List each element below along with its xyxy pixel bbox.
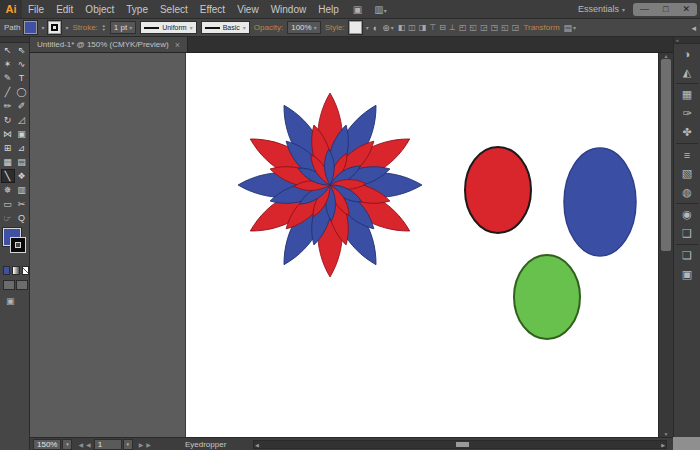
vertical-scroll-thumb[interactable]	[661, 59, 671, 251]
none-button[interactable]	[22, 266, 29, 275]
distribute-center-icon[interactable]: ◱	[470, 23, 478, 32]
horizontal-align-left-icon[interactable]: ◧	[398, 23, 406, 32]
free-transform-tool[interactable]: ▣	[15, 127, 29, 141]
hand-tool[interactable]: ☞	[1, 211, 15, 225]
chevron-down-icon[interactable]: ▾	[65, 24, 68, 31]
distribute-left-icon[interactable]: ◳	[491, 23, 499, 32]
restore-button[interactable]: □	[656, 4, 675, 14]
color-panel-icon[interactable]: ◑	[674, 44, 700, 63]
menu-select[interactable]: Select	[154, 4, 194, 15]
bridge-icon[interactable]: ▣	[353, 4, 362, 15]
first-artboard-icon[interactable]: ◀	[78, 441, 83, 448]
scroll-right-icon[interactable]: ▶	[661, 442, 665, 448]
color-button[interactable]	[3, 266, 10, 275]
transparency-panel-icon[interactable]: ◍	[674, 183, 700, 202]
red-ellipse[interactable]	[465, 147, 531, 233]
document-tab[interactable]: Untitled-1* @ 150% (CMYK/Preview) ×	[30, 37, 188, 52]
blend-tool[interactable]: ❖	[15, 169, 29, 183]
artboards-panel-icon[interactable]: ▣	[674, 265, 700, 284]
width-tool[interactable]: ⋈	[1, 127, 15, 141]
last-artboard-icon[interactable]: ▶	[146, 441, 151, 448]
stroke-link[interactable]: Stroke:	[73, 23, 98, 32]
rotate-tool[interactable]: ↻	[1, 113, 15, 127]
type-tool[interactable]: T	[15, 71, 29, 85]
swatches-panel-icon[interactable]: ▦	[674, 85, 700, 104]
recolor-artwork-icon[interactable]: ◐	[373, 23, 378, 33]
menu-object[interactable]: Object	[79, 4, 120, 15]
style-link[interactable]: Style:	[325, 23, 345, 32]
minimize-button[interactable]: —	[633, 4, 656, 14]
appearance-panel-icon[interactable]: ◉	[674, 205, 700, 224]
draw-normal-button[interactable]	[3, 280, 15, 290]
horizontal-align-right-icon[interactable]: ◨	[419, 23, 427, 32]
previous-artboard-icon[interactable]: ◀	[86, 441, 91, 448]
distribute-middle-icon[interactable]: ◱	[501, 23, 509, 32]
select-similar-icon[interactable]: ⊛▾	[382, 23, 394, 33]
vertical-align-center-icon[interactable]: ⊟	[439, 23, 446, 32]
artboard-number-box[interactable]: 1	[94, 439, 122, 450]
vertical-align-top-icon[interactable]: ⊤	[429, 23, 436, 32]
distribute-top-icon[interactable]: ◰	[459, 23, 467, 32]
width-profile-dropdown[interactable]: Uniform▾	[140, 21, 197, 34]
fill-swatch[interactable]	[24, 21, 37, 34]
selection-tool[interactable]: ↖	[1, 43, 15, 57]
menu-type[interactable]: Type	[120, 4, 154, 15]
distribute-right-icon[interactable]: ◲	[512, 23, 520, 32]
blue-ellipse[interactable]	[564, 148, 636, 256]
paintbrush-tool[interactable]: ✐	[15, 99, 29, 113]
pen-tool[interactable]: ✎	[1, 71, 15, 85]
style-swatch[interactable]	[349, 21, 362, 34]
ellipse-tool[interactable]: ◯	[15, 85, 29, 99]
scale-tool[interactable]: ◿	[15, 113, 29, 127]
mesh-tool[interactable]: ▦	[1, 155, 15, 169]
green-ellipse[interactable]	[514, 255, 580, 339]
opacity-dropdown[interactable]: 100%▾	[287, 21, 320, 34]
menu-help[interactable]: Help	[312, 4, 345, 15]
control-panel-menu-icon[interactable]: ▤▾	[564, 23, 577, 33]
vertical-align-bottom-icon[interactable]: ⊥	[449, 23, 456, 32]
slice-tool[interactable]: ✂	[15, 197, 29, 211]
shape-builder-tool[interactable]: ⊞	[1, 141, 15, 155]
screen-mode-icon[interactable]: ▣	[6, 296, 29, 306]
column-graph-tool[interactable]: ▥	[15, 183, 29, 197]
distribute-bottom-icon[interactable]: ◲	[480, 23, 488, 32]
canvas-area[interactable]	[30, 53, 658, 437]
close-tab-icon[interactable]: ×	[175, 40, 180, 50]
stroke-width-dropdown[interactable]: 1 pt▾	[110, 21, 136, 34]
menu-view[interactable]: View	[231, 4, 265, 15]
chevron-down-icon[interactable]: ▾	[41, 24, 44, 31]
layers-panel-icon[interactable]: ❏	[674, 246, 700, 265]
stroke-panel-icon[interactable]: ≡	[674, 145, 700, 164]
symbols-panel-icon[interactable]: ✤	[674, 123, 700, 142]
horizontal-scrollbar[interactable]: ◀ ▶	[253, 440, 667, 449]
menu-file[interactable]: File	[22, 4, 50, 15]
lasso-tool[interactable]: ∿	[15, 57, 29, 71]
opacity-link[interactable]: Opacity:	[254, 23, 283, 32]
color-guide-panel-icon[interactable]: ◭	[674, 63, 700, 82]
menu-edit[interactable]: Edit	[50, 4, 79, 15]
scroll-left-icon[interactable]: ◀	[255, 442, 259, 448]
stroke-width-stepper[interactable]: ▲▼	[102, 24, 106, 32]
close-button[interactable]: ✕	[675, 4, 697, 14]
zoom-level-box[interactable]: 150%	[33, 439, 61, 450]
pencil-tool[interactable]: ✏	[1, 99, 15, 113]
transform-link[interactable]: Transform	[523, 23, 559, 32]
symbol-sprayer-tool[interactable]: ✵	[1, 183, 15, 197]
expand-panels-icon[interactable]: «	[674, 37, 700, 44]
perspective-grid-tool[interactable]: ⊿	[15, 141, 29, 155]
eyedropper-tool[interactable]: ╲	[1, 169, 15, 183]
menu-window[interactable]: Window	[265, 4, 313, 15]
magic-wand-tool[interactable]: ✶	[1, 57, 15, 71]
workspace-switcher[interactable]: Essentials ▾	[578, 4, 625, 14]
stroke-color-swatch[interactable]	[11, 238, 25, 252]
zoom-tool[interactable]: Q	[15, 211, 29, 225]
brush-definition-dropdown[interactable]: Basic▾	[201, 21, 250, 34]
horizontal-scroll-thumb[interactable]	[456, 442, 469, 447]
draw-behind-button[interactable]	[16, 280, 28, 290]
vertical-scrollbar[interactable]: ▲ ▼	[658, 53, 673, 437]
chevron-down-icon[interactable]: ▾	[366, 24, 369, 31]
arrange-documents-icon[interactable]: ▥▾	[374, 4, 386, 15]
graphic-styles-panel-icon[interactable]: ❑	[674, 224, 700, 243]
gradient-button[interactable]	[12, 266, 19, 275]
gradient-panel-icon[interactable]: ▧	[674, 164, 700, 183]
